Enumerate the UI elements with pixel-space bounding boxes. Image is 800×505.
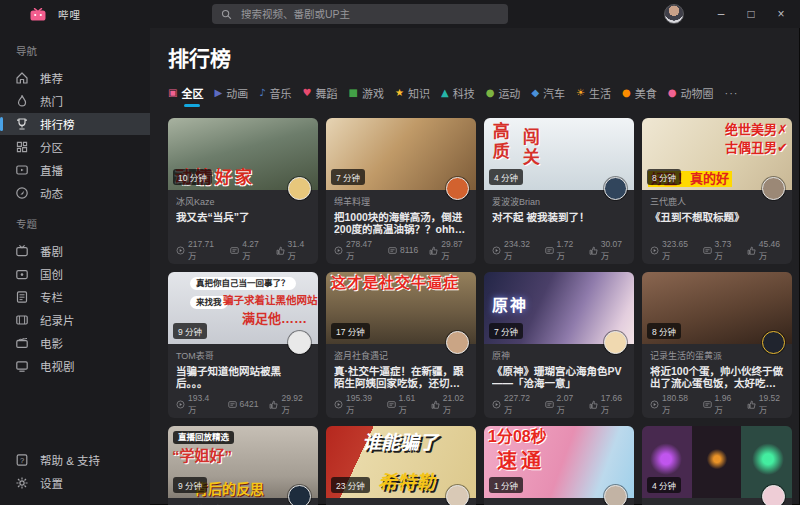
uploader-avatar[interactable] [446, 485, 469, 505]
thumbnail-overlay-text: 真把你自己当一回事了？ [190, 277, 296, 290]
tab-animal[interactable]: ●动物圈 [668, 85, 714, 107]
tab-food[interactable]: ●美食 [622, 85, 657, 107]
minimize-button[interactable]: – [706, 0, 736, 28]
video-card[interactable]: 8 分钟记录生活的蛋黄派将近100个蛋，帅小伙终于做出了流心蛋包饭，太好吃了！1… [642, 272, 792, 418]
sidebar-item-label: 纪录片 [40, 312, 75, 328]
tab-knowledge[interactable]: ★知识 [395, 85, 430, 107]
sidebar-item-hot[interactable]: 热门 [0, 90, 150, 112]
video-card[interactable]: 高质闯关4 分钟爱波波Brian对不起 被我装到了！234.32万1.72万30… [484, 118, 634, 264]
uploader-avatar[interactable] [446, 331, 469, 354]
bilibili-logo-icon [30, 8, 46, 21]
sidebar-item-partition[interactable]: 分区 [0, 136, 150, 158]
uploader-avatar[interactable] [762, 485, 785, 505]
video-title[interactable]: 我又去“当兵”了 [176, 212, 310, 235]
tab-car[interactable]: ◆汽车 [531, 85, 565, 107]
sidebar-item-label: 专栏 [40, 289, 63, 305]
uploader-avatar[interactable] [762, 331, 785, 354]
video-title[interactable]: 把1000块的海鲜高汤，倒进200度的高温油锅？？ohhh~针不戳！ [334, 212, 468, 235]
video-thumbnail[interactable]: 8 分钟 [642, 272, 792, 344]
sidebar-item-settings[interactable]: 设置 [0, 472, 150, 494]
tab-music[interactable]: ♪音乐 [259, 85, 291, 107]
video-thumbnail[interactable]: 7 分钟 [326, 118, 476, 190]
video-thumbnail[interactable]: 原神7 分钟 [484, 272, 634, 344]
tabs-more-button[interactable]: ··· [725, 87, 739, 105]
video-title[interactable]: 对不起 被我装到了！ [492, 212, 626, 235]
video-title[interactable]: 《丑到不想取标题》 [650, 212, 784, 235]
duration-badge: 7 分钟 [489, 323, 523, 339]
video-title[interactable]: 真·社交牛逼症！在新疆，跟陌生阿姨回家吃饭，还切磋了舞蹈 [334, 366, 468, 389]
close-button[interactable]: × [766, 0, 796, 28]
duration-badge: 7 分钟 [331, 169, 365, 185]
sidebar-item-home[interactable]: 推荐 [0, 67, 150, 89]
user-avatar[interactable] [664, 4, 684, 24]
video-thumbnail[interactable]: 真把你自己当一回事了？来找我骗子求着让黑他网站…满足他……9 分钟 [168, 272, 318, 344]
sidebar-item-ranking[interactable]: 排行榜 [0, 113, 150, 135]
uploader-name[interactable]: 原神 [492, 349, 626, 362]
uploader-avatar[interactable] [604, 177, 627, 200]
video-title[interactable]: 当骗子知道他网站被黑后。。。 [176, 366, 310, 389]
sidebar-section-header: 导航 [0, 32, 150, 66]
video-card[interactable]: 这才是社交牛逼症17 分钟盗月社食遇记真·社交牛逼症！在新疆，跟陌生阿姨回家吃饭… [326, 272, 476, 418]
tab-all[interactable]: ▣全区 [168, 85, 203, 107]
column-icon [15, 290, 29, 304]
tab-anime[interactable]: ▶动画 [214, 85, 248, 107]
uploader-name[interactable]: 盗月社食遇记 [334, 349, 468, 362]
uploader-avatar[interactable] [762, 177, 785, 200]
sidebar-item-documentary[interactable]: 纪录片 [0, 309, 150, 331]
tab-sport[interactable]: ●运动 [486, 85, 521, 107]
danmaku-icon [545, 400, 554, 409]
tab-game[interactable]: ■游戏 [349, 85, 384, 107]
search-input[interactable] [239, 7, 499, 21]
video-thumbnail[interactable]: 谁能骗了希特勒23 分钟 [326, 426, 476, 498]
search-bar[interactable] [212, 4, 508, 24]
video-thumbnail[interactable]: 直播回放精选“学姐好”背后的反思9 分钟 [168, 426, 318, 498]
uploader-name[interactable]: 三代鹿人 [650, 195, 784, 208]
video-card[interactable]: 动情好家10 分钟冰风Kaze我又去“当兵”了217.71万4.27万31.4万… [168, 118, 318, 264]
stat-value: 2.07万 [557, 393, 578, 415]
video-card[interactable]: 真把你自己当一回事了？来找我骗子求着让黑他网站…满足他……9 分钟TOM表哥当骗… [168, 272, 318, 418]
video-thumbnail[interactable]: 1分08秒速通1 分钟 [484, 426, 634, 498]
uploader-name[interactable]: 绵羊料理 [334, 195, 468, 208]
tab-life[interactable]: ☀生活 [576, 85, 611, 107]
uploader-avatar[interactable] [604, 331, 627, 354]
view-count: 195.39万 [334, 393, 376, 415]
video-card[interactable]: 7 分钟绵羊料理把1000块的海鲜高汤，倒进200度的高温油锅？？ohhh~针不… [326, 118, 476, 264]
video-thumbnail[interactable]: 4 分钟 [642, 426, 792, 498]
uploader-avatar[interactable] [446, 177, 469, 200]
video-card[interactable]: 4 分钟B站七万星星2%的UP主做到了，日更+ [642, 426, 792, 505]
sidebar-item-tvshow[interactable]: 电视剧 [0, 355, 150, 377]
stat-value: 278.47万 [346, 239, 377, 261]
uploader-name[interactable]: 冰风Kaze [176, 195, 310, 208]
sidebar-item-guochuang[interactable]: 国创 [0, 263, 150, 285]
sidebar-item-help[interactable]: ?帮助 & 支持 [0, 449, 150, 471]
uploader-avatar[interactable] [288, 177, 311, 200]
uploader-avatar[interactable] [604, 485, 627, 505]
tab-label: 美食 [635, 85, 657, 101]
play-icon [492, 400, 501, 409]
video-title[interactable]: 将近100个蛋，帅小伙终于做出了流心蛋包饭，太好吃了！ [650, 366, 784, 389]
video-thumbnail[interactable]: 高质闯关4 分钟 [484, 118, 634, 190]
video-card[interactable]: 原神7 分钟原神《原神》珊瑚宫心海角色PV——「沧海一意」227.72万2.07… [484, 272, 634, 418]
uploader-avatar[interactable] [288, 331, 311, 354]
sidebar-item-column[interactable]: 专栏 [0, 286, 150, 308]
sidebar-item-live[interactable]: 直播 [0, 159, 150, 181]
maximize-button[interactable]: □ [736, 0, 766, 28]
uploader-name[interactable]: TOM表哥 [176, 349, 310, 362]
video-title[interactable]: 《原神》珊瑚宫心海角色PV——「沧海一意」 [492, 366, 626, 389]
tab-tech[interactable]: ▲科技 [441, 85, 475, 107]
sidebar-item-movie[interactable]: 电影 [0, 332, 150, 354]
video-thumbnail[interactable]: 绝世美男✗古偶丑男✔好丑！真的好8 分钟 [642, 118, 792, 190]
play-icon [334, 246, 343, 255]
sidebar-item-bangumi[interactable]: 番剧 [0, 240, 150, 262]
video-card[interactable]: 1分08秒速通1 分钟敬汉卿看完挑战！我服了！ [484, 426, 634, 505]
video-card[interactable]: 绝世美男✗古偶丑男✔好丑！真的好8 分钟三代鹿人《丑到不想取标题》323.65万… [642, 118, 792, 264]
video-card[interactable]: 谁能骗了希特勒23 分钟小约翰可汗骗了希特勒是怎么样的体验？【硬核狠人】 [326, 426, 476, 505]
tab-dance[interactable]: ♥舞蹈 [303, 85, 338, 107]
uploader-name[interactable]: 爱波波Brian [492, 195, 626, 208]
sidebar-item-dynamic[interactable]: 动态 [0, 182, 150, 204]
uploader-name[interactable]: 记录生活的蛋黄派 [650, 349, 784, 362]
video-card[interactable]: 直播回放精选“学姐好”背后的反思9 分钟罗翔说刑法【罗翔】“学姐好”事件反思 从… [168, 426, 318, 505]
uploader-avatar[interactable] [288, 485, 311, 505]
video-thumbnail[interactable]: 这才是社交牛逼症17 分钟 [326, 272, 476, 344]
video-thumbnail[interactable]: 动情好家10 分钟 [168, 118, 318, 190]
